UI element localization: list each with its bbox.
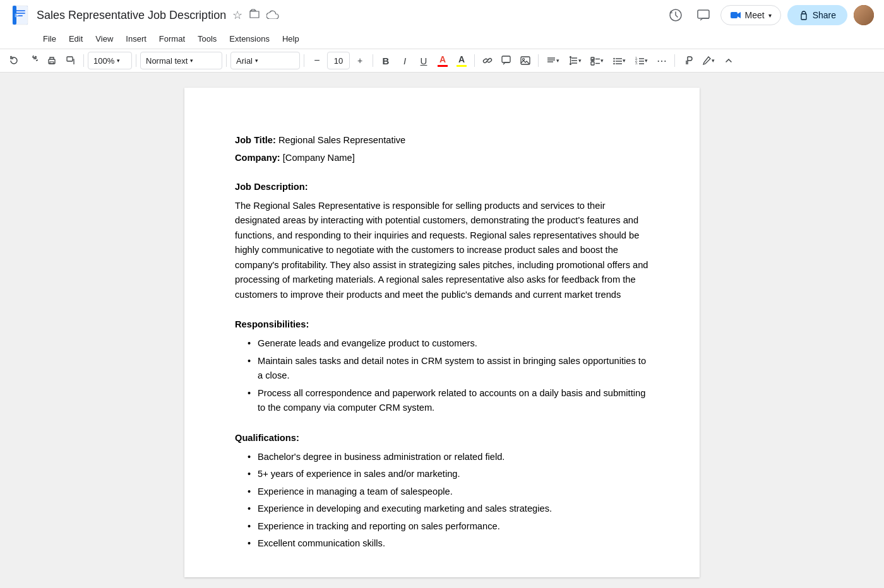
font-size-decrease[interactable]: − — [308, 52, 326, 69]
star-icon[interactable]: ☆ — [232, 8, 242, 22]
list-item: Excellent communication skills. — [248, 536, 649, 551]
document-page: Job Title: Regional Sales Representative… — [184, 88, 700, 577]
menu-tools[interactable]: Tools — [193, 32, 222, 46]
link-button[interactable] — [479, 52, 496, 69]
zoom-dropdown[interactable]: 100% ▾ — [88, 52, 132, 69]
zoom-value: 100% — [93, 56, 114, 66]
list-item: Experience in tracking and reporting on … — [248, 519, 649, 534]
company-value: [Company Name] — [280, 153, 355, 163]
title-right: Meet ▾ Share — [665, 5, 874, 25]
italic-button[interactable]: I — [396, 52, 414, 69]
svg-rect-11 — [801, 14, 806, 20]
comment-icon[interactable] — [693, 6, 714, 24]
font-size-increase[interactable]: + — [351, 52, 369, 69]
qualifications-heading: Qualifications: — [235, 431, 649, 445]
list-item: Generate leads and evangelize product to… — [248, 336, 649, 351]
underline-button[interactable]: U — [415, 52, 433, 69]
svg-point-31 — [613, 63, 614, 64]
svg-rect-10 — [731, 12, 738, 18]
pen-button[interactable]: ▾ — [698, 52, 719, 69]
bold-button[interactable]: B — [377, 52, 395, 69]
title-left: ≡ Sales Representative Job Description ☆ — [10, 5, 279, 25]
menu-edit[interactable]: Edit — [64, 32, 88, 46]
style-value: Normal text — [146, 56, 188, 66]
svg-rect-15 — [502, 56, 510, 62]
divider-7 — [538, 54, 539, 67]
bullet-list-button[interactable]: ▾ — [609, 52, 630, 69]
list-item: Experience in developing and executing m… — [248, 502, 649, 516]
divider-3 — [226, 54, 227, 67]
toolbar: 100% ▾ Normal text ▾ Arial ▾ − 10 + B I … — [0, 49, 884, 73]
menu-insert[interactable]: Insert — [121, 32, 152, 46]
menu-extensions[interactable]: Extensions — [224, 32, 275, 46]
print-button[interactable] — [43, 52, 61, 69]
top-bar: ≡ Sales Representative Job Description ☆ — [0, 0, 884, 49]
qualifications-list: Bachelor's degree in business administra… — [248, 450, 649, 551]
document-content: Job Title: Regional Sales Representative… — [235, 133, 649, 551]
svg-rect-14 — [67, 57, 73, 61]
zoom-chevron: ▾ — [117, 57, 120, 64]
align-button[interactable]: ▾ — [542, 52, 563, 69]
font-size-value[interactable]: 10 — [327, 52, 350, 69]
svg-point-29 — [613, 58, 614, 59]
menu-bar: File Edit View Insert Format Tools Exten… — [0, 30, 884, 49]
list-item: Experience in managing a team of salespe… — [248, 485, 649, 499]
svg-rect-13 — [50, 62, 54, 64]
paragraph-mark-button[interactable] — [679, 52, 696, 69]
menu-file[interactable]: File — [38, 32, 61, 46]
list-item: Bachelor's degree in business administra… — [248, 450, 649, 464]
cloud-icon[interactable] — [266, 9, 279, 22]
svg-rect-26 — [591, 62, 594, 65]
title-icons: ☆ — [232, 8, 279, 23]
svg-text:≡: ≡ — [15, 11, 18, 19]
comment-insert-button[interactable] — [498, 52, 515, 69]
style-dropdown[interactable]: Normal text ▾ — [140, 52, 222, 69]
svg-point-30 — [613, 61, 614, 62]
meet-chevron: ▾ — [768, 12, 772, 19]
divider-6 — [474, 54, 475, 67]
font-size-control: − 10 + — [308, 52, 369, 69]
font-dropdown[interactable]: Arial ▾ — [230, 52, 300, 69]
menu-format[interactable]: Format — [154, 32, 190, 46]
divider-1 — [83, 54, 84, 67]
menu-help[interactable]: Help — [277, 32, 304, 46]
redo-button[interactable] — [24, 52, 42, 69]
job-desc-body: The Regional Sales Representative is res… — [235, 199, 649, 302]
line-spacing-button[interactable]: ▾ — [564, 52, 585, 69]
divider-5 — [373, 54, 373, 67]
menu-view[interactable]: View — [90, 32, 118, 46]
numbered-list-button[interactable]: 1.2.3. ▾ — [631, 52, 652, 69]
avatar-image — [854, 5, 874, 25]
more-options-button[interactable]: ⋯ — [653, 52, 671, 69]
share-button[interactable]: Share — [787, 5, 847, 25]
doc-icon: ≡ — [10, 5, 30, 25]
list-item: Maintain sales tasks and detail notes in… — [248, 354, 649, 384]
svg-point-17 — [523, 59, 525, 61]
checklist-button[interactable]: ▾ — [587, 52, 607, 69]
history-icon[interactable] — [665, 6, 686, 24]
title-row: ≡ Sales Representative Job Description ☆ — [0, 0, 884, 30]
avatar[interactable] — [854, 5, 874, 25]
font-value: Arial — [236, 56, 253, 66]
document-area: Job Title: Regional Sales Representative… — [0, 73, 884, 588]
undo-button[interactable] — [5, 52, 23, 69]
folder-icon[interactable] — [249, 8, 260, 23]
divider-2 — [136, 54, 136, 67]
meet-label: Meet — [745, 10, 765, 20]
meet-button[interactable]: Meet ▾ — [720, 5, 781, 25]
text-color-button[interactable]: A — [434, 52, 451, 69]
svg-rect-9 — [698, 10, 709, 18]
image-insert-button[interactable] — [517, 52, 534, 69]
share-label: Share — [813, 10, 836, 20]
divider-8 — [674, 54, 675, 67]
job-title-label: Job Title: — [235, 135, 276, 145]
responsibilities-heading: Responsibilities: — [235, 317, 649, 331]
text-color-indicator: A — [438, 54, 448, 67]
highlight-indicator: A — [457, 54, 467, 67]
job-desc-heading: Job Description: — [235, 180, 649, 194]
paint-format-button[interactable] — [62, 52, 80, 69]
job-title-row: Job Title: Regional Sales Representative — [235, 133, 649, 147]
job-title-value: Regional Sales Representative — [276, 135, 405, 145]
collapse-toolbar-button[interactable] — [720, 52, 738, 69]
highlight-button[interactable]: A — [453, 52, 470, 69]
